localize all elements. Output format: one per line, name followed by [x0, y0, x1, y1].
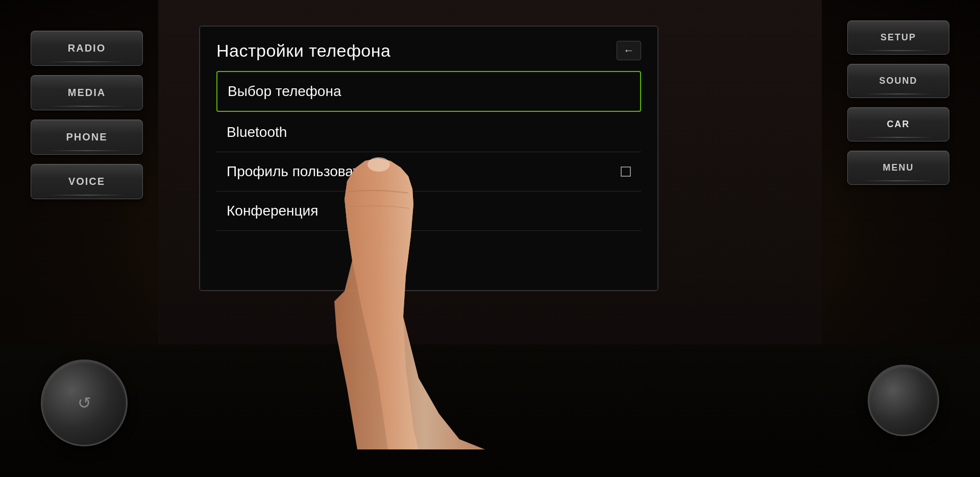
screen-title: Настройки телефона: [216, 41, 390, 61]
car-button[interactable]: CAR: [847, 107, 949, 141]
infotainment-screen: Настройки телефона ← Выбор телефона Blue…: [199, 26, 658, 291]
left-control-panel: RADIO MEDIA PHONE VOICE: [31, 31, 143, 199]
menu-item-label: Выбор телефона: [228, 83, 341, 100]
menu-item-label: Конференция: [227, 203, 318, 219]
right-rotary-knob[interactable]: [868, 365, 939, 436]
menu-item-label: Bluetooth: [227, 124, 287, 140]
menu-item-bluetooth[interactable]: Bluetooth: [216, 113, 641, 152]
radio-button[interactable]: RADIO: [31, 31, 143, 66]
back-arrow-icon: ←: [623, 44, 634, 57]
menu-item-conference[interactable]: Конференция: [216, 192, 641, 231]
menu-item-phone-select[interactable]: Выбор телефона: [216, 71, 641, 112]
setup-button[interactable]: SETUP: [847, 20, 949, 55]
menu-item-label: Профиль пользователя: [227, 163, 383, 180]
screen-content: Настройки телефона ← Выбор телефона Blue…: [200, 27, 657, 290]
bottom-panel: ↺: [0, 344, 980, 477]
sound-button[interactable]: SOUND: [847, 64, 949, 98]
console-background: RADIO MEDIA PHONE VOICE Настройки телефо…: [0, 0, 980, 477]
screen-header: Настройки телефона ←: [216, 41, 641, 61]
media-button[interactable]: MEDIA: [31, 75, 143, 110]
phone-button[interactable]: PHONE: [31, 120, 143, 155]
voice-button[interactable]: VOICE: [31, 164, 143, 199]
back-button[interactable]: ←: [617, 41, 641, 60]
menu-item-user-profile[interactable]: Профиль пользователя: [216, 152, 641, 192]
power-icon: ↺: [78, 393, 91, 413]
settings-menu-list: Выбор телефона Bluetooth Профиль пользов…: [216, 71, 641, 231]
menu-button[interactable]: MENU: [847, 151, 949, 185]
right-control-panel: SETUP SOUND CAR MENU: [847, 20, 949, 185]
profile-checkbox[interactable]: [621, 166, 631, 177]
left-rotary-knob[interactable]: ↺: [41, 360, 128, 446]
